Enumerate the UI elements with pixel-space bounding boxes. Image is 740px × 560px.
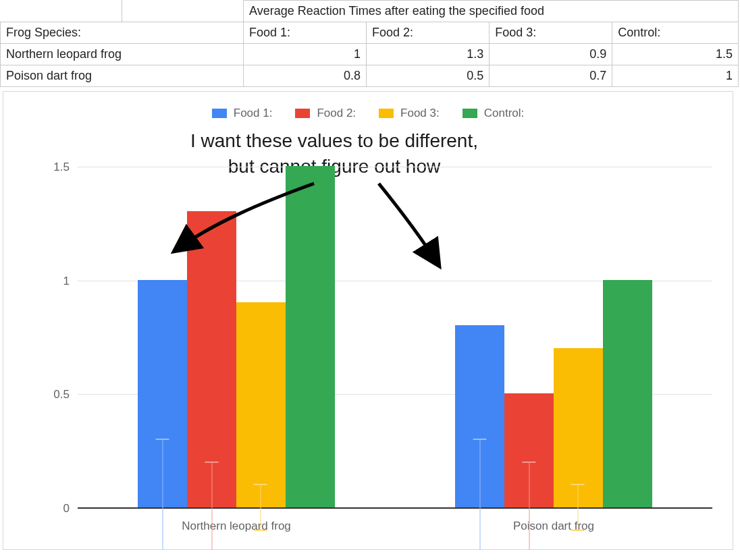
legend-label: Control: <box>484 107 525 120</box>
col-header-food3[interactable]: Food 3: <box>490 22 612 44</box>
legend-label: Food 3: <box>400 107 440 120</box>
chart-bar <box>236 302 286 507</box>
col-header-species[interactable]: Frog Species: <box>1 22 244 44</box>
col-header-control[interactable]: Control: <box>612 22 739 44</box>
table-cell[interactable] <box>122 1 244 22</box>
value-cell[interactable]: 0.8 <box>244 65 367 87</box>
col-header-food1[interactable]: Food 1: <box>244 22 367 44</box>
legend-item-food2: Food 2: <box>295 107 356 120</box>
table-row: Frog Species: Food 1: Food 2: Food 3: Co… <box>1 22 739 44</box>
chart-plot-area: 0 0.5 1 1.5 Northern leopard frog Poison… <box>78 144 712 509</box>
species-cell[interactable]: Northern leopard frog <box>1 44 244 65</box>
legend-swatch <box>462 109 477 118</box>
y-tick-label: 1 <box>29 275 70 288</box>
error-bar <box>529 462 529 551</box>
value-cell[interactable]: 1 <box>612 65 739 87</box>
chart-bar <box>603 280 652 508</box>
value-cell[interactable]: 1.3 <box>367 44 490 65</box>
error-bar <box>261 484 261 530</box>
value-cell[interactable]: 0.9 <box>490 44 612 65</box>
chart-container[interactable]: Food 1: Food 2: Food 3: Control: I want … <box>3 91 733 550</box>
chart-bar <box>187 211 236 507</box>
error-bar <box>578 484 579 530</box>
x-axis-line <box>78 507 712 509</box>
legend-swatch <box>295 109 310 118</box>
gridline <box>78 167 712 167</box>
table-cell[interactable] <box>1 1 122 22</box>
chart-bar <box>138 280 187 508</box>
chart-legend: Food 1: Food 2: Food 3: Control: <box>3 107 733 120</box>
chart-bar <box>554 348 603 507</box>
species-cell[interactable]: Poison dart frog <box>1 65 244 87</box>
legend-item-food3: Food 3: <box>379 107 440 120</box>
legend-swatch <box>379 109 394 118</box>
error-bar <box>162 439 163 550</box>
chart-bar <box>455 325 504 507</box>
y-tick-label: 0 <box>29 502 70 515</box>
value-cell[interactable]: 1 <box>244 44 367 65</box>
y-tick-label: 1.5 <box>29 161 70 174</box>
table-row: Average Reaction Times after eating the … <box>1 1 739 22</box>
data-table: Average Reaction Times after eating the … <box>0 0 739 87</box>
value-cell[interactable]: 0.7 <box>490 65 612 87</box>
legend-item-food1: Food 1: <box>212 107 273 120</box>
value-cell[interactable]: 1.5 <box>612 44 739 65</box>
col-header-food2[interactable]: Food 2: <box>367 22 490 44</box>
legend-label: Food 1: <box>234 107 273 120</box>
legend-item-control: Control: <box>462 107 525 120</box>
legend-label: Food 2: <box>317 107 356 120</box>
x-category-label: Northern leopard frog <box>135 520 338 533</box>
value-cell[interactable]: 0.5 <box>367 65 490 87</box>
x-category-label: Poison dart frog <box>452 520 655 533</box>
table-row: Poison dart frog 0.8 0.5 0.7 1 <box>1 65 739 87</box>
chart-bar <box>286 166 335 507</box>
legend-swatch <box>212 109 227 118</box>
merged-header-cell[interactable]: Average Reaction Times after eating the … <box>244 1 739 22</box>
table-row: Northern leopard frog 1 1.3 0.9 1.5 <box>1 44 739 65</box>
error-bar <box>211 462 212 551</box>
chart-bar <box>504 393 554 507</box>
y-tick-label: 0.5 <box>29 388 70 401</box>
error-bar <box>479 439 480 550</box>
